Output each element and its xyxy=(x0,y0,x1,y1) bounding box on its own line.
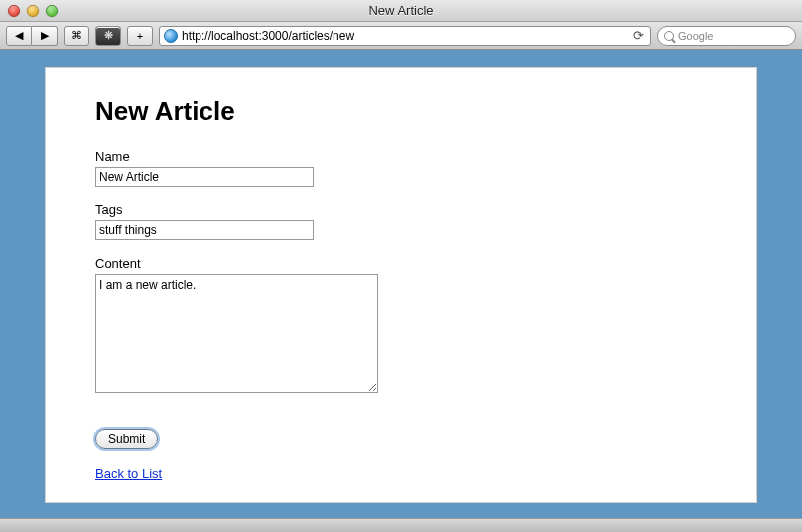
tags-input[interactable] xyxy=(95,220,314,240)
name-input[interactable] xyxy=(95,167,314,187)
page-heading: New Article xyxy=(95,96,707,127)
search-bar[interactable]: Google xyxy=(657,26,796,46)
reader-icon: ⌘ xyxy=(71,29,82,42)
site-icon xyxy=(164,29,178,43)
window-titlebar: New Article xyxy=(0,0,802,22)
name-label: Name xyxy=(95,149,707,164)
traffic-lights xyxy=(8,5,58,17)
window-title: New Article xyxy=(0,3,802,18)
search-icon xyxy=(664,31,674,41)
forward-button[interactable]: ▶ xyxy=(32,26,58,46)
close-window-button[interactable] xyxy=(8,5,20,17)
nav-button-group: ◀ ▶ xyxy=(6,26,58,46)
browser-viewport: New Article Name Tags Content Submit Bac… xyxy=(0,50,802,518)
browser-toolbar: ◀ ▶ ⌘ ❋ + ⟳ Google xyxy=(0,22,802,50)
field-name: Name xyxy=(95,149,707,187)
submit-button[interactable]: Submit xyxy=(95,429,158,449)
minimize-window-button[interactable] xyxy=(27,5,39,17)
evernote-button[interactable]: ❋ xyxy=(95,26,121,46)
search-placeholder: Google xyxy=(678,30,713,42)
content-textarea[interactable] xyxy=(95,274,378,393)
content-label: Content xyxy=(95,256,707,271)
forward-icon: ▶ xyxy=(41,29,49,42)
back-icon: ◀ xyxy=(15,29,23,42)
address-bar[interactable]: ⟳ xyxy=(159,26,651,46)
evernote-icon: ❋ xyxy=(104,29,113,42)
reader-button[interactable]: ⌘ xyxy=(64,26,89,46)
tags-label: Tags xyxy=(95,202,707,217)
field-tags: Tags xyxy=(95,202,707,240)
field-content: Content xyxy=(95,256,707,397)
reload-button[interactable]: ⟳ xyxy=(631,28,646,43)
plus-icon: + xyxy=(137,30,143,42)
zoom-window-button[interactable] xyxy=(46,5,58,17)
add-bookmark-button[interactable]: + xyxy=(127,26,153,46)
page-content: New Article Name Tags Content Submit Bac… xyxy=(45,67,757,503)
url-input[interactable] xyxy=(182,29,627,43)
back-to-list-link[interactable]: Back to List xyxy=(95,466,162,481)
window-resize-bar[interactable] xyxy=(0,518,802,532)
back-button[interactable]: ◀ xyxy=(6,26,32,46)
